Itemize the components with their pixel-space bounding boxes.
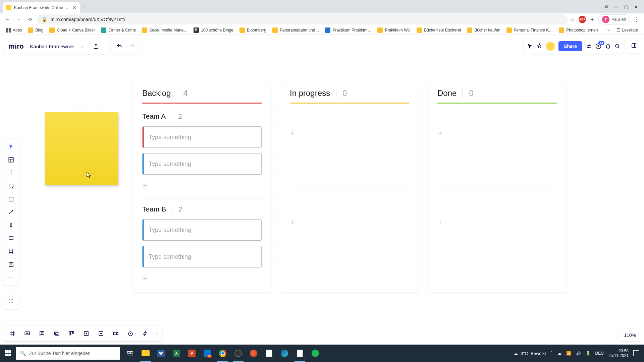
ai-tool[interactable] bbox=[5, 295, 17, 307]
column-done[interactable]: Done 0 + + bbox=[428, 82, 566, 292]
bookmark-item[interactable]: Bloomberg bbox=[237, 26, 269, 34]
language-indicator[interactable]: DEU bbox=[595, 351, 604, 356]
bookmark-apps[interactable]: Apps bbox=[3, 26, 24, 34]
add-card-button[interactable]: + bbox=[437, 212, 557, 233]
templates-tool[interactable] bbox=[5, 154, 17, 166]
mail-icon[interactable]: 73 bbox=[200, 345, 215, 362]
profile-pill[interactable]: T Pausiert bbox=[598, 14, 630, 24]
bookmark-star-icon[interactable]: ☆ bbox=[570, 16, 575, 23]
column-in-progress[interactable]: In progress 0 + + bbox=[280, 82, 419, 292]
reactions-icon[interactable] bbox=[536, 43, 542, 49]
bookmark-item[interactable]: Praktikum Projektm… bbox=[322, 26, 374, 34]
powerpoint-icon[interactable]: P bbox=[184, 345, 199, 362]
tray-chevron-icon[interactable]: ˄ bbox=[551, 351, 553, 356]
activity-icon[interactable] bbox=[140, 328, 151, 339]
browser-tab[interactable]: Kanban Framework, Online Whit… ✕ bbox=[3, 2, 80, 13]
share-button[interactable]: Share bbox=[558, 41, 582, 51]
reading-list-button[interactable]: ☰Leseliste bbox=[614, 26, 641, 34]
export-icon[interactable] bbox=[91, 41, 101, 52]
card-icon[interactable] bbox=[51, 328, 62, 339]
spotify-icon[interactable] bbox=[308, 345, 323, 362]
extensions-icon[interactable]: ✦ bbox=[590, 16, 594, 23]
kanban-card[interactable]: Type something bbox=[142, 246, 262, 267]
comments-panel-icon[interactable] bbox=[36, 328, 48, 339]
bookmark-item[interactable]: Bücher kaufen bbox=[464, 26, 503, 34]
new-tab-button[interactable]: + bbox=[83, 4, 87, 11]
star-icon[interactable]: ☆ bbox=[80, 43, 85, 50]
bookmarks-more-icon[interactable]: » bbox=[607, 28, 610, 33]
more-tools[interactable]: ⋯ bbox=[5, 272, 17, 284]
notepad-icon[interactable] bbox=[292, 345, 307, 362]
shape-tool[interactable] bbox=[5, 193, 17, 205]
column-backlog[interactable]: Backlog 4 Team A 2 Type something Type s… bbox=[133, 82, 271, 292]
sticky-note[interactable] bbox=[45, 112, 118, 185]
chrome-menu-icon[interactable]: ⋮ bbox=[634, 16, 639, 23]
bookmark-item[interactable]: Dinner & Crime bbox=[98, 26, 139, 34]
select-tool[interactable] bbox=[5, 141, 17, 153]
bookmark-item[interactable]: Bücherliste Bücherei bbox=[414, 26, 464, 34]
word-icon[interactable]: W bbox=[154, 345, 168, 362]
reload-button[interactable]: ⟳ bbox=[25, 15, 35, 24]
collapse-toolbar-icon[interactable]: « bbox=[156, 331, 159, 336]
add-card-button[interactable]: + bbox=[290, 123, 409, 144]
browser-account-dot[interactable] bbox=[605, 5, 608, 8]
battery-icon[interactable]: 🔋 bbox=[586, 351, 591, 356]
bookmark-item[interactable]: Cload + Canva Bilder bbox=[47, 26, 98, 34]
settings-icon[interactable] bbox=[586, 43, 592, 49]
back-button[interactable]: ← bbox=[3, 15, 12, 24]
weather-widget[interactable]: ☁ 3°C Bewölkt bbox=[514, 351, 546, 356]
app-icon[interactable] bbox=[246, 345, 261, 362]
undo-button[interactable] bbox=[114, 41, 125, 52]
wifi-icon[interactable]: 📶 bbox=[566, 351, 571, 356]
user-avatar[interactable] bbox=[546, 42, 555, 51]
add-card-button[interactable]: + bbox=[142, 180, 262, 191]
help-icon[interactable]: 14 bbox=[595, 43, 602, 50]
bookmark-item[interactable]: Panoramabahn und… bbox=[270, 26, 322, 34]
cursor-icon[interactable] bbox=[527, 43, 533, 49]
frame-tool[interactable] bbox=[5, 245, 17, 257]
comment-tool[interactable] bbox=[5, 232, 17, 244]
bookmark-item[interactable]: B100 schöne Dinge bbox=[191, 26, 236, 34]
clock[interactable]: 20:58 25.11.2021 bbox=[608, 349, 629, 358]
task-view-icon[interactable] bbox=[123, 345, 138, 362]
video-icon[interactable] bbox=[110, 328, 121, 339]
sticky-tool[interactable] bbox=[5, 180, 17, 192]
abp-extension-icon[interactable]: ABP bbox=[579, 16, 586, 23]
bookmark-item[interactable]: Personal Finance K… bbox=[504, 26, 556, 34]
close-icon[interactable]: ✕ bbox=[634, 4, 638, 9]
app-icon[interactable] bbox=[262, 345, 276, 362]
screenshot-icon[interactable] bbox=[95, 328, 107, 339]
export-panel-icon[interactable] bbox=[80, 328, 92, 339]
kanban-card[interactable]: Type something bbox=[142, 126, 262, 148]
obs-icon[interactable] bbox=[231, 345, 246, 362]
bookmark-item[interactable]: Social Media Mana… bbox=[139, 26, 190, 34]
chrome-icon[interactable] bbox=[215, 345, 230, 362]
board-name[interactable]: Kanban Framework bbox=[30, 44, 74, 49]
bookmark-item[interactable]: Photoshop lernen bbox=[556, 26, 600, 34]
excel-icon[interactable]: X bbox=[169, 345, 184, 362]
zoom-indicator[interactable]: 110% bbox=[619, 329, 641, 341]
notifications-icon[interactable] bbox=[605, 43, 611, 49]
minimize-icon[interactable]: — bbox=[614, 4, 618, 9]
miro-logo[interactable]: miro bbox=[9, 43, 24, 50]
text-tool[interactable] bbox=[5, 167, 17, 179]
onedrive-icon[interactable]: ☁ bbox=[557, 351, 561, 356]
add-card-button[interactable]: + bbox=[290, 212, 409, 233]
side-panel-toggle[interactable] bbox=[627, 38, 641, 53]
kanban-card[interactable]: Type something bbox=[142, 219, 262, 241]
upload-tool[interactable] bbox=[5, 258, 17, 270]
maximize-icon[interactable]: ▢ bbox=[624, 4, 628, 9]
notifications-icon[interactable] bbox=[633, 350, 639, 356]
frames-panel-icon[interactable] bbox=[7, 328, 18, 339]
kanban-card[interactable]: Type something bbox=[142, 153, 262, 175]
redo-button[interactable] bbox=[127, 41, 138, 52]
search-icon[interactable] bbox=[614, 43, 621, 49]
presentation-icon[interactable] bbox=[21, 328, 33, 339]
add-card-button[interactable]: + bbox=[437, 123, 557, 144]
taskbar-search[interactable]: 🔍 Zur Suche Text hier eingeben bbox=[16, 347, 120, 360]
explorer-icon[interactable] bbox=[138, 345, 153, 362]
bookmark-item[interactable]: Blog bbox=[25, 26, 46, 34]
volume-icon[interactable]: 🔊 bbox=[576, 351, 581, 356]
kanban-icon[interactable] bbox=[66, 328, 77, 339]
line-tool[interactable] bbox=[5, 206, 17, 218]
